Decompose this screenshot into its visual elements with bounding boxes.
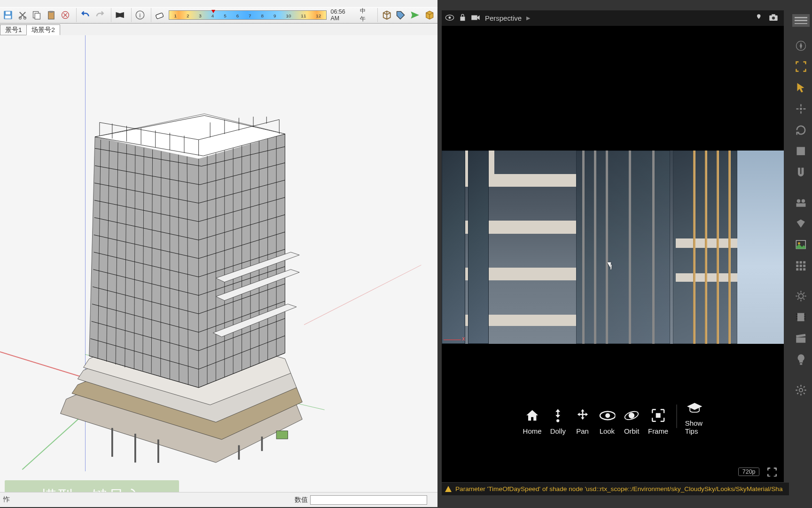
sketchup-pane: i 123456789101112 06:56 AM 中午 景号1 场景号2 (0, 0, 437, 507)
svg-rect-113 (800, 261, 802, 263)
send-icon[interactable] (408, 8, 422, 22)
svg-rect-22 (276, 431, 288, 439)
sun-icon[interactable] (792, 287, 810, 305)
camera-icon[interactable] (471, 14, 480, 23)
svg-point-108 (802, 199, 805, 202)
grad-cap-icon (686, 399, 702, 416)
value-input[interactable] (310, 495, 427, 505)
status-right-label: 数值 (295, 496, 308, 504)
render-image: x (442, 151, 784, 344)
nav-home[interactable]: Home (523, 407, 542, 435)
svg-point-105 (800, 108, 802, 110)
svg-rect-115 (796, 265, 798, 267)
svg-rect-112 (796, 261, 798, 263)
rotate-tool-icon[interactable] (792, 121, 810, 139)
right-toolbar (790, 10, 812, 495)
move-tool-icon[interactable] (792, 100, 810, 118)
copy-icon[interactable] (30, 8, 43, 22)
navigation-toolbar: Home Dolly Pan Look Orbit (523, 399, 703, 435)
nav-show-tips[interactable]: Show Tips (685, 399, 703, 435)
eye-icon[interactable] (445, 14, 454, 23)
svg-point-107 (797, 199, 800, 202)
svg-rect-131 (796, 314, 797, 315)
render-viewport[interactable]: x Home Dolly Pan Look (442, 26, 784, 482)
home-icon (524, 407, 540, 424)
menu-icon[interactable] (792, 14, 810, 27)
save-icon[interactable] (1, 8, 15, 22)
svg-rect-8 (49, 11, 53, 13)
lock-icon[interactable] (459, 13, 466, 23)
eraser-icon[interactable] (153, 8, 167, 22)
snapshot-icon[interactable] (769, 14, 778, 23)
resolution-badge[interactable]: 720p (738, 468, 759, 476)
nav-frame[interactable]: Frame (648, 407, 668, 435)
svg-rect-117 (803, 265, 805, 267)
group-icon[interactable] (792, 194, 810, 211)
svg-point-92 (449, 16, 451, 19)
redo-icon[interactable] (93, 8, 107, 22)
svg-rect-135 (804, 316, 805, 317)
clapper-icon[interactable] (792, 330, 810, 347)
gear-icon[interactable] (792, 381, 810, 398)
box-icon[interactable] (423, 8, 437, 22)
bulb-icon[interactable] (792, 351, 810, 368)
magnet-icon[interactable] (792, 163, 810, 181)
fullscreen-icon[interactable] (767, 468, 777, 477)
cut-icon[interactable] (16, 8, 29, 22)
svg-rect-106 (797, 147, 805, 155)
info-icon[interactable]: i (133, 8, 147, 22)
tag-icon[interactable] (394, 8, 408, 22)
svg-point-140 (799, 388, 803, 391)
film-icon[interactable] (792, 309, 810, 326)
render-pane: Perspective ▶ (442, 10, 784, 482)
svg-point-98 (556, 419, 559, 422)
scale-tool-icon[interactable] (792, 142, 810, 159)
camera-mode-label[interactable]: Perspective (485, 14, 522, 22)
image-icon[interactable] (792, 236, 810, 254)
svg-rect-120 (803, 268, 805, 270)
status-left: 怍 (3, 495, 10, 504)
svg-rect-103 (656, 413, 661, 418)
nav-orbit[interactable]: Orbit (624, 407, 640, 435)
svg-rect-114 (803, 261, 805, 263)
nav-pan[interactable]: Pan (574, 407, 591, 435)
svg-rect-138 (796, 334, 805, 338)
time-display: 06:56 AM (331, 8, 355, 22)
dolly-icon (550, 407, 566, 424)
scene-tab-1[interactable]: 景号1 (0, 24, 27, 35)
delete-icon[interactable] (58, 8, 72, 22)
book-icon[interactable] (113, 8, 126, 22)
time-of-day-slider[interactable]: 123456789101112 (169, 10, 327, 20)
svg-marker-74 (89, 137, 199, 388)
nav-look[interactable]: Look (599, 407, 615, 435)
svg-text:i: i (139, 12, 141, 19)
scene-tabs: 景号1 场景号2 (0, 24, 60, 35)
focus-icon[interactable] (792, 58, 810, 75)
paste-icon[interactable] (44, 8, 58, 22)
material-icon[interactable] (792, 215, 810, 232)
svg-rect-133 (796, 318, 797, 319)
svg-rect-136 (804, 318, 805, 319)
svg-point-100 (605, 413, 610, 418)
nav-dolly[interactable]: Dolly (550, 407, 566, 435)
look-icon (599, 407, 615, 424)
grid-icon[interactable] (792, 257, 810, 274)
undo-icon[interactable] (78, 8, 92, 22)
svg-rect-137 (796, 337, 805, 342)
svg-rect-12 (156, 13, 164, 19)
svg-line-129 (803, 293, 804, 294)
sketchup-viewport[interactable]: 模型一键导入 (0, 35, 437, 492)
cube-icon[interactable] (380, 8, 393, 22)
svg-rect-132 (796, 316, 797, 317)
chevron-right-icon[interactable]: ▶ (526, 15, 530, 21)
import-banner: 模型一键导入 (5, 480, 179, 492)
building-model[interactable] (53, 94, 310, 462)
compass-icon[interactable] (792, 37, 810, 54)
cursor-tool-icon[interactable] (792, 79, 810, 96)
time-period: 中午 (360, 7, 371, 23)
svg-rect-1 (5, 16, 11, 19)
svg-rect-97 (772, 14, 775, 16)
x-axis-label: x (462, 335, 465, 342)
scene-tab-2[interactable]: 场景号2 (26, 24, 60, 35)
pin-icon[interactable] (755, 14, 763, 24)
